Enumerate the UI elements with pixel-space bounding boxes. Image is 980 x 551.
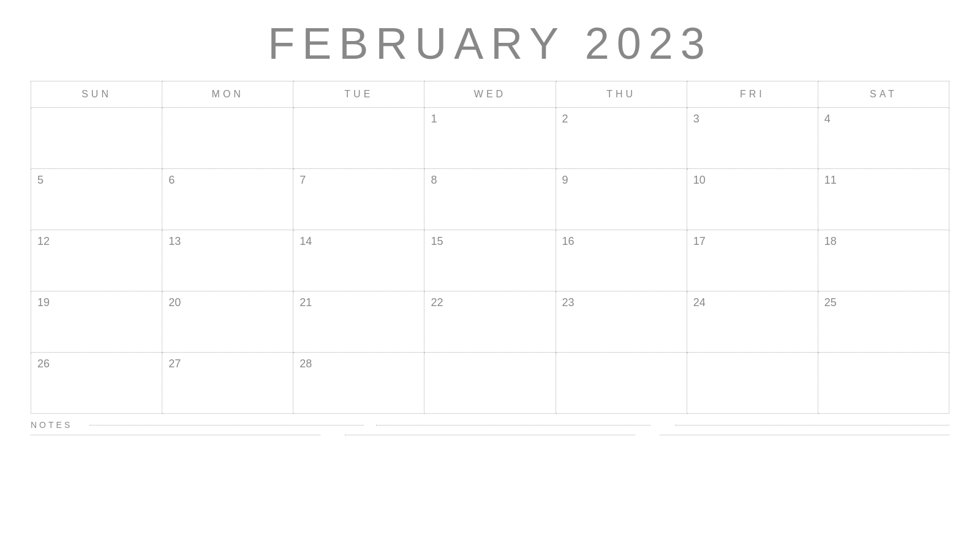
header-tue: TUE <box>293 81 424 108</box>
day-cell: 3 <box>687 108 818 169</box>
day-cell: 18 <box>818 230 949 291</box>
day-cell: 26 <box>31 353 162 414</box>
day-cell: 25 <box>818 291 949 353</box>
week-row-1: 1 2 3 4 <box>31 108 949 169</box>
day-cell: 6 <box>162 169 293 230</box>
notes-section: NOTES <box>31 420 949 435</box>
calendar-body: 1 2 3 4 5 6 7 8 9 10 11 12 13 14 15 16 <box>31 108 949 414</box>
day-cell: 14 <box>293 230 424 291</box>
day-cell: 5 <box>31 169 162 230</box>
day-cell: 7 <box>293 169 424 230</box>
day-cell <box>556 353 687 414</box>
calendar-container: FEBRUARY 2023 SUN MON TUE WED THU FRI SA… <box>31 18 949 435</box>
day-header-row: SUN MON TUE WED THU FRI SAT <box>31 81 949 108</box>
day-cell: 17 <box>687 230 818 291</box>
header-fri: FRI <box>687 81 818 108</box>
calendar-grid: SUN MON TUE WED THU FRI SAT 1 2 3 4 <box>31 81 949 414</box>
day-cell: 23 <box>556 291 687 353</box>
week-row-2: 5 6 7 8 9 10 11 <box>31 169 949 230</box>
day-cell: 21 <box>293 291 424 353</box>
day-cell: 9 <box>556 169 687 230</box>
header-sat: SAT <box>818 81 949 108</box>
day-cell <box>162 108 293 169</box>
day-cell: 27 <box>162 353 293 414</box>
day-cell: 13 <box>162 230 293 291</box>
notes-row-2 <box>31 435 949 435</box>
day-cell: 1 <box>424 108 556 169</box>
day-cell: 4 <box>818 108 949 169</box>
header-mon: MON <box>162 81 293 108</box>
day-cell <box>818 353 949 414</box>
notes-line-3 <box>675 425 949 425</box>
notes-line-seg-1 <box>31 435 320 435</box>
notes-row-1: NOTES <box>31 420 949 430</box>
day-cell: 24 <box>687 291 818 353</box>
day-cell: 28 <box>293 353 424 414</box>
day-cell <box>293 108 424 169</box>
day-cell <box>687 353 818 414</box>
notes-line-seg-2 <box>345 435 635 435</box>
calendar-title: FEBRUARY 2023 <box>31 18 949 69</box>
week-row-3: 12 13 14 15 16 17 18 <box>31 230 949 291</box>
day-cell: 20 <box>162 291 293 353</box>
header-wed: WED <box>424 81 556 108</box>
week-row-4: 19 20 21 22 23 24 25 <box>31 291 949 353</box>
day-cell: 16 <box>556 230 687 291</box>
header-thu: THU <box>556 81 687 108</box>
notes-line-1 <box>89 425 364 425</box>
day-cell <box>31 108 162 169</box>
day-cell: 15 <box>424 230 556 291</box>
notes-line-seg-3 <box>660 435 949 435</box>
day-cell: 11 <box>818 169 949 230</box>
day-cell: 2 <box>556 108 687 169</box>
day-cell: 10 <box>687 169 818 230</box>
header-sun: SUN <box>31 81 162 108</box>
day-cell: 22 <box>424 291 556 353</box>
day-cell: 19 <box>31 291 162 353</box>
notes-label: NOTES <box>31 420 72 430</box>
day-cell: 8 <box>424 169 556 230</box>
week-row-5: 26 27 28 <box>31 353 949 414</box>
day-cell <box>424 353 556 414</box>
notes-line-2 <box>376 425 650 425</box>
day-cell: 12 <box>31 230 162 291</box>
